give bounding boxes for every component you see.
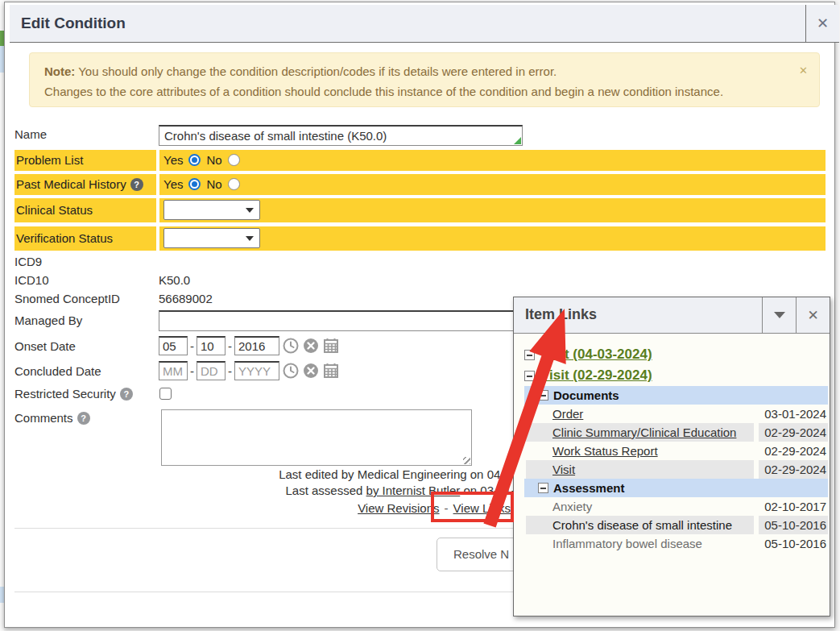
problem-list-yes-radio[interactable] <box>188 154 201 166</box>
comments-textarea[interactable] <box>161 409 472 466</box>
problem-list-row: Problem List Yes No <box>14 150 826 171</box>
restricted-security-checkbox[interactable] <box>159 388 172 400</box>
collapse-minus-icon[interactable] <box>524 371 535 381</box>
help-icon[interactable]: ? <box>130 178 143 191</box>
collapse-minus-icon[interactable] <box>538 483 548 493</box>
item-links-header: Item Links ✕ <box>514 297 830 334</box>
linked-item-name[interactable]: Clinic Summary/Clinical Education <box>526 423 754 442</box>
chevron-down-icon <box>774 312 785 318</box>
problem-list-no-radio[interactable] <box>228 154 240 166</box>
tree-section: Assessment Anxiety 02-10-2017 Crohn's di… <box>514 479 830 553</box>
name-input[interactable] <box>159 125 523 146</box>
onset-year-input[interactable] <box>234 336 279 355</box>
clinical-status-row: Clinical Status <box>14 198 826 222</box>
warning-note-banner: Note: You should only change the conditi… <box>29 52 820 107</box>
comments-label: Comments <box>14 411 73 425</box>
restricted-security-label: Restricted Security <box>14 387 116 401</box>
linked-item-name[interactable]: Work Status Report <box>526 442 754 460</box>
concluded-day-input[interactable] <box>197 361 226 380</box>
linked-item-date: 03-01-2024 <box>759 405 828 423</box>
note-text-1: You should only change the condition des… <box>78 64 557 78</box>
item-links-title: Item Links <box>525 306 597 323</box>
last-edited-text: Last edited by Medical Engineering on 04… <box>193 467 522 481</box>
yes-label: Yes <box>163 153 183 167</box>
snomed-label: Snomed ConceptID <box>14 292 120 305</box>
help-icon[interactable]: ? <box>120 388 133 401</box>
concluded-date-group: - - <box>159 361 340 380</box>
section-header: Assessment <box>524 479 828 497</box>
visit-link[interactable]: Visit (02-29-2024) <box>540 367 652 384</box>
linked-item-date: 05-10-2016 <box>759 516 828 534</box>
clinical-status-select[interactable] <box>163 200 260 220</box>
note-close-icon[interactable]: ✕ <box>799 64 808 77</box>
resize-grip-icon[interactable] <box>514 137 521 144</box>
pmh-no-radio[interactable] <box>228 178 240 190</box>
no-label: No <box>206 153 221 167</box>
icd10-label: ICD10 <box>14 273 49 287</box>
linked-item-date: 02-10-2017 <box>759 497 828 516</box>
linked-item-date: 05-10-2016 <box>759 534 828 553</box>
linked-item-date: 02-29-2024 <box>759 442 828 460</box>
concluded-month-input[interactable] <box>159 361 188 380</box>
past-medical-history-row: Past Medical History ? Yes No <box>14 174 826 195</box>
linked-item-name[interactable]: Visit <box>526 460 754 479</box>
name-label: Name <box>14 127 47 141</box>
yes-label: Yes <box>163 177 183 191</box>
help-icon[interactable]: ? <box>77 412 90 425</box>
visit-row: Visit (02-29-2024) <box>514 365 830 386</box>
time-icon[interactable] <box>282 337 300 355</box>
section-label: Documents <box>553 388 619 402</box>
visit-link[interactable]: Visit (04-03-2024) <box>540 347 652 363</box>
screen: Edit Condition ✕ Note: You should only c… <box>0 0 840 631</box>
verification-status-select[interactable] <box>163 228 260 248</box>
linked-item-row: Anxiety 02-10-2017 <box>526 497 828 516</box>
snomed-value: 56689002 <box>159 292 213 305</box>
last-assessed-link[interactable]: by Internist Butler <box>366 484 461 497</box>
linked-item-name: Crohn's disease of small intestine <box>526 516 754 534</box>
resize-grip-icon[interactable] <box>463 457 470 464</box>
view-links-link[interactable]: View Links <box>453 501 511 515</box>
linked-item-row: Order 03-01-2024 <box>526 405 828 423</box>
dialog-close-icon[interactable]: ✕ <box>805 5 839 42</box>
collapse-minus-icon[interactable] <box>524 350 535 360</box>
panel-menu-button[interactable] <box>762 297 796 333</box>
linked-item-row: Inflammatory bowel disease 05-10-2016 <box>526 534 828 553</box>
time-icon[interactable] <box>282 362 300 380</box>
item-links-panel: Item Links ✕ Visit (04-03-2024) Visit (0… <box>513 297 830 616</box>
pmh-yes-radio[interactable] <box>188 178 201 190</box>
view-revisions-link[interactable]: View Revisions <box>358 501 439 515</box>
verification-status-label: Verification Status <box>16 231 113 245</box>
dialog-title: Edit Condition <box>21 15 126 32</box>
clear-date-icon[interactable] <box>302 337 320 355</box>
icd10-value: K50.0 <box>159 273 190 287</box>
linked-item-row: Work Status Report 02-29-2024 <box>526 442 828 460</box>
name-field-wrap <box>159 125 523 146</box>
calendar-icon[interactable] <box>322 337 340 355</box>
visit-row: Visit (04-03-2024) <box>514 344 830 365</box>
section-header: Documents <box>524 386 828 405</box>
collapse-minus-icon[interactable] <box>538 390 548 401</box>
calendar-icon[interactable] <box>322 362 340 380</box>
concluded-year-input[interactable] <box>234 361 279 380</box>
managed-by-label: Managed By <box>14 313 82 327</box>
last-assessed-prefix: Last assessed <box>285 484 366 497</box>
linked-item-name[interactable]: Order <box>526 405 754 423</box>
dialog-header: Edit Condition ✕ <box>10 5 839 43</box>
problem-list-label: Problem List <box>16 153 83 167</box>
chevron-down-icon <box>246 236 254 241</box>
tree-section: Documents Order 03-01-2024 Clinic Summar… <box>514 386 830 479</box>
onset-date-group: - - <box>159 336 340 355</box>
clear-date-icon[interactable] <box>302 362 320 380</box>
concluded-date-label: Concluded Date <box>14 364 101 378</box>
clinical-status-label: Clinical Status <box>16 203 93 217</box>
note-label: Note: <box>44 64 75 78</box>
no-label: No <box>206 177 221 191</box>
onset-month-input[interactable] <box>159 336 188 355</box>
note-text-2: Changes to the core attributes of a cond… <box>44 85 723 98</box>
onset-day-input[interactable] <box>197 336 226 355</box>
section-label: Assessment <box>553 481 624 495</box>
item-links-tree: Visit (04-03-2024) Visit (02-29-2024) Do… <box>514 344 830 553</box>
panel-close-icon[interactable]: ✕ <box>796 297 830 333</box>
linked-item-row: Visit 02-29-2024 <box>526 460 828 479</box>
linked-item-row: Clinic Summary/Clinical Education 02-29-… <box>526 423 828 442</box>
